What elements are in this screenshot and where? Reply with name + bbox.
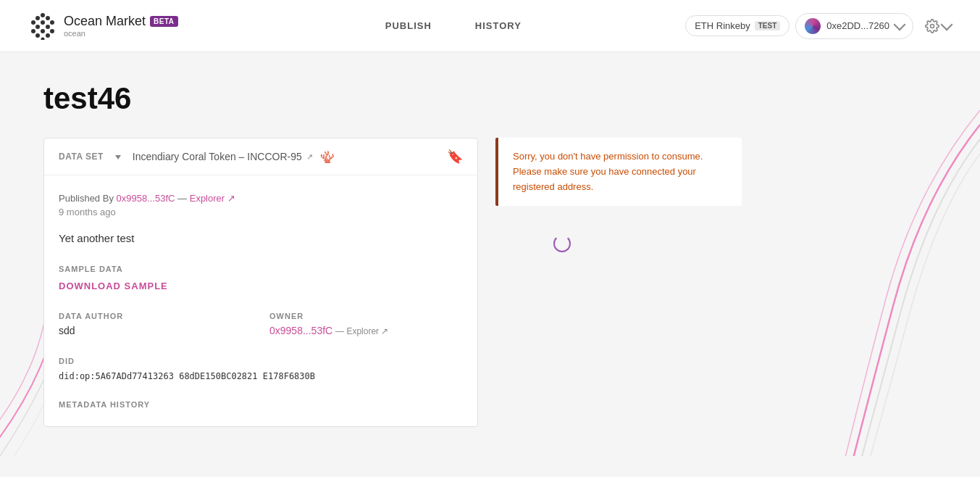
svg-point-0 [41, 13, 45, 17]
gear-icon[interactable] [925, 19, 939, 33]
nav-publish[interactable]: PUBLISH [385, 20, 432, 31]
permission-message: Sorry, you don't have permission to cons… [513, 151, 703, 192]
dash-separator: — [177, 193, 190, 204]
main-content: test46 DATA SET Incendiary Coral Token –… [0, 52, 980, 456]
permission-box: Sorry, you don't have permission to cons… [495, 138, 742, 206]
svg-point-5 [50, 20, 54, 25]
dataset-label: DATA SET [59, 152, 104, 162]
main-nav: PUBLISH HISTORY [222, 20, 686, 31]
content-area: DATA SET Incendiary Coral Token – INCCOR… [43, 138, 937, 427]
svg-point-8 [31, 29, 35, 33]
nav-history[interactable]: HISTORY [475, 20, 522, 31]
sample-data-label: SAMPLE DATA [59, 265, 463, 273]
did-value: did:op:5A67ADd77413263 68dDE150BC02821 E… [59, 370, 463, 383]
meta-grid: DATA AUTHOR sdd OWNER 0x9958...53fC — Ex… [59, 312, 463, 336]
svg-point-10 [50, 29, 54, 33]
settings-area[interactable] [925, 19, 951, 33]
sort-icon[interactable] [111, 149, 125, 164]
network-name: ETH Rinkeby [695, 20, 750, 31]
wallet-avatar [805, 18, 821, 34]
svg-point-2 [46, 16, 50, 20]
data-author-value: sdd [59, 325, 252, 336]
owner-item: OWNER 0x9958...53fC — Explorer ↗ [269, 312, 463, 336]
logo-sub: ocean [64, 29, 178, 38]
ocean-logo-svg [29, 12, 56, 40]
beta-badge: BETA [150, 16, 177, 27]
owner-label: OWNER [269, 312, 463, 320]
explorer-link[interactable]: Explorer ↗ [190, 193, 235, 204]
wallet-chevron-icon [894, 19, 906, 31]
data-author-item: DATA AUTHOR sdd [59, 312, 252, 336]
panel-body: Published By 0x9958...53fC — Explorer ↗ … [44, 175, 477, 426]
metadata-history-label: METADATA HISTORY [59, 400, 463, 409]
svg-point-13 [41, 37, 45, 40]
time-ago: 9 months ago [59, 207, 463, 217]
header-right: ETH Rinkeby TEST 0xe2DD...7260 [685, 13, 951, 39]
wallet-badge[interactable]: 0xe2DD...7260 [795, 13, 913, 39]
svg-point-3 [31, 20, 35, 25]
dataset-header: DATA SET Incendiary Coral Token – INCCOR… [44, 138, 477, 175]
owner-value: 0x9958...53fC — Explorer ↗ [269, 325, 463, 336]
published-by: Published By 0x9958...53fC — Explorer ↗ [59, 193, 463, 204]
did-label: DID [59, 357, 463, 365]
network-badge[interactable]: ETH Rinkeby TEST [685, 15, 790, 36]
svg-point-4 [41, 20, 45, 25]
download-sample-button[interactable]: DOWNLOAD SAMPLE [59, 281, 168, 291]
loading-circle [553, 235, 571, 252]
wallet-address: 0xe2DD...7260 [826, 20, 889, 31]
did-section: DID did:op:5A67ADd77413263 68dDE150BC028… [59, 357, 463, 383]
logo-text-area: Ocean Market BETA ocean [64, 14, 178, 38]
svg-point-6 [35, 25, 40, 29]
external-link-icon: ↗ [306, 152, 313, 162]
svg-point-12 [46, 33, 50, 38]
description: Yet another test [59, 232, 463, 244]
svg-point-1 [35, 16, 40, 20]
published-by-label: Published By [59, 193, 114, 204]
svg-point-11 [35, 33, 40, 38]
bookmark-icon[interactable]: 🔖 [447, 149, 463, 165]
logo-icon [29, 12, 56, 40]
token-name: Incendiary Coral Token – INCCOR-95 [133, 151, 302, 162]
test-badge: TEST [755, 21, 781, 30]
logo-name: Ocean Market [64, 14, 146, 29]
svg-point-9 [41, 29, 45, 33]
logo-area: Ocean Market BETA ocean [29, 12, 178, 40]
page-title: test46 [43, 81, 937, 116]
publisher-address[interactable]: 0x9958...53fC [117, 193, 175, 204]
owner-explorer-link[interactable]: — Explorer ↗ [335, 326, 388, 336]
right-panel: Sorry, you don't have permission to cons… [495, 138, 937, 427]
svg-point-7 [46, 25, 50, 29]
token-emoji: 🪸 [320, 150, 335, 164]
svg-point-14 [931, 24, 934, 28]
dataset-token-link[interactable]: Incendiary Coral Token – INCCOR-95 ↗ [133, 151, 313, 162]
owner-address[interactable]: 0x9958...53fC [269, 325, 332, 336]
data-author-label: DATA AUTHOR [59, 312, 252, 320]
header: Ocean Market BETA ocean PUBLISH HISTORY … [0, 0, 980, 52]
settings-chevron-icon [941, 19, 953, 31]
left-panel: DATA SET Incendiary Coral Token – INCCOR… [43, 138, 478, 427]
